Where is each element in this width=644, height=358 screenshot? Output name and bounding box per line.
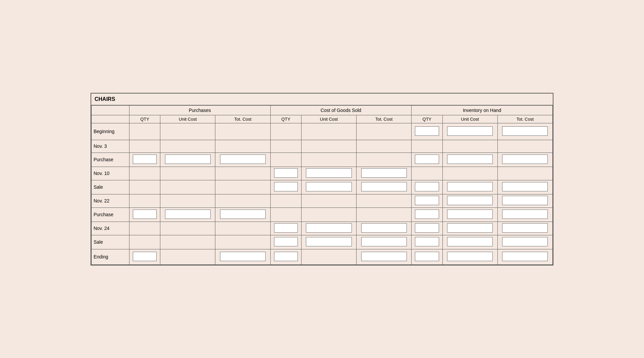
nov24-cogs-tot-cost-top[interactable] [357, 222, 412, 235]
nov22-purchase-label: Purchase [92, 207, 129, 222]
nov22-purchases-qty[interactable] [129, 207, 160, 222]
nov24-sale-inv-unit-cost[interactable] [442, 235, 497, 249]
nov3-cogs-tot-cost-empty [357, 153, 412, 167]
nov10-purchases-qty [129, 167, 160, 180]
nov10-date-row: Nov. 10 [92, 167, 553, 180]
ending-purchases-qty[interactable] [129, 249, 160, 264]
nov22-inv-unit-cost-top[interactable] [442, 194, 497, 207]
nov3-date-row: Nov. 3 [92, 140, 553, 153]
nov24-sale-purchases-tot-cost [215, 235, 270, 249]
ending-inv-qty[interactable] [412, 249, 442, 264]
beginning-inv-tot-cost[interactable] [497, 123, 552, 140]
nov24-sale-cogs-unit-cost[interactable] [301, 235, 356, 249]
ending-purchases-unit-cost [160, 249, 215, 264]
ending-label: Ending [92, 249, 129, 264]
nov24-sale-cogs-tot-cost[interactable] [357, 235, 412, 249]
nov3-purchases-unit-cost-input[interactable] [160, 153, 215, 167]
table-title: CHAIRS [91, 94, 553, 105]
nov3-inv-unit-cost [442, 140, 497, 153]
nov22-date-row: Nov. 22 [92, 194, 553, 207]
nov24-sale-row: Sale [92, 235, 553, 249]
nov22-inv-unit-cost[interactable] [442, 207, 497, 222]
nov10-sale-cogs-tot-cost[interactable] [357, 180, 412, 194]
nov3-cogs-qty [270, 140, 301, 153]
sub-header-row: QTY Unit Cost Tot. Cost QTY Unit Cost To… [92, 115, 553, 123]
nov24-sale-inv-qty[interactable] [412, 235, 442, 249]
nov24-sale-inv-tot-cost[interactable] [497, 235, 552, 249]
ending-cogs-unit-cost [301, 249, 356, 264]
nov22-purchases-qty-top [129, 194, 160, 207]
nov3-cogs-tot-cost [357, 140, 412, 153]
nov3-cogs-unit-cost [301, 140, 356, 153]
ending-cogs-qty[interactable] [270, 249, 301, 264]
beginning-cogs-tot-cost [357, 123, 412, 140]
beginning-inv-qty[interactable] [412, 123, 442, 140]
ending-inv-unit-cost[interactable] [442, 249, 497, 264]
nov10-cogs-unit-cost-top[interactable] [301, 167, 356, 180]
nov24-label: Nov. 24 [92, 222, 129, 235]
nov3-inv-tot-cost [497, 140, 552, 153]
nov10-inv-tot-cost-top [497, 167, 552, 180]
nov24-inv-qty-top[interactable] [412, 222, 442, 235]
cogs-tot-cost-header: Tot. Cost [357, 115, 412, 123]
nov22-cogs-unit-cost-top [301, 194, 356, 207]
label-col-header [92, 105, 129, 115]
nov24-purchases-unit-cost-top [160, 222, 215, 235]
nov22-cogs-tot-cost-top [357, 194, 412, 207]
nov3-purchases-qty [129, 140, 160, 153]
nov24-inv-unit-cost-top[interactable] [442, 222, 497, 235]
nov3-cogs-unit-cost-empty [301, 153, 356, 167]
nov10-label: Nov. 10 [92, 167, 129, 180]
nov3-inv-tot-cost-input[interactable] [497, 153, 552, 167]
nov22-label: Nov. 22 [92, 194, 129, 207]
inventory-unit-cost-header: Unit Cost [442, 115, 497, 123]
nov10-sale-inv-tot-cost[interactable] [497, 180, 552, 194]
beginning-purchases-qty [129, 123, 160, 140]
nov10-sale-inv-qty[interactable] [412, 180, 442, 194]
nov22-inv-qty[interactable] [412, 207, 442, 222]
group-header-row: Purchases Cost of Goods Sold Inventory o… [92, 105, 553, 115]
nov3-purchases-tot-cost-input[interactable] [215, 153, 270, 167]
nov22-purchase-row: Purchase [92, 207, 553, 222]
nov3-purchases-unit-cost [160, 140, 215, 153]
beginning-row: Beginning [92, 123, 553, 140]
nov3-label: Nov. 3 [92, 140, 129, 153]
nov3-purchase-label: Purchase [92, 153, 129, 167]
nov10-cogs-tot-cost-top[interactable] [357, 167, 412, 180]
nov22-purchases-tot-cost-top [215, 194, 270, 207]
purchases-header: Purchases [129, 105, 270, 115]
ending-inv-tot-cost[interactable] [497, 249, 552, 264]
nov22-inv-qty-top[interactable] [412, 194, 442, 207]
nov10-purchases-unit-cost [160, 167, 215, 180]
nov24-inv-tot-cost-top[interactable] [497, 222, 552, 235]
nov24-sale-label: Sale [92, 235, 129, 249]
nov10-cogs-qty-top[interactable] [270, 167, 301, 180]
nov22-inv-tot-cost[interactable] [497, 207, 552, 222]
nov3-purchases-qty-input[interactable] [129, 153, 160, 167]
purchases-qty-header: QTY [129, 115, 160, 123]
nov24-sale-cogs-qty[interactable] [270, 235, 301, 249]
nov10-sale-cogs-qty[interactable] [270, 180, 301, 194]
nov10-inv-unit-cost-top [442, 167, 497, 180]
nov22-purchases-tot-cost[interactable] [215, 207, 270, 222]
nov3-inv-qty [412, 140, 442, 153]
nov10-inv-qty-top [412, 167, 442, 180]
nov3-inv-unit-cost-input[interactable] [442, 153, 497, 167]
ending-row: Ending [92, 249, 553, 264]
nov22-cogs-unit-cost [301, 207, 356, 222]
ending-cogs-tot-cost[interactable] [357, 249, 412, 264]
ending-purchases-tot-cost[interactable] [215, 249, 270, 264]
cogs-qty-header: QTY [270, 115, 301, 123]
nov24-cogs-qty-top[interactable] [270, 222, 301, 235]
nov3-purchase-row: Purchase [92, 153, 553, 167]
nov3-purchases-tot-cost [215, 140, 270, 153]
beginning-inv-unit-cost[interactable] [442, 123, 497, 140]
nov10-sale-inv-unit-cost[interactable] [442, 180, 497, 194]
inventory-header: Inventory on Hand [412, 105, 553, 115]
nov3-inv-qty-input[interactable] [412, 153, 442, 167]
nov22-purchases-unit-cost[interactable] [160, 207, 215, 222]
nov24-purchases-qty-top [129, 222, 160, 235]
nov22-inv-tot-cost-top[interactable] [497, 194, 552, 207]
nov24-cogs-unit-cost-top[interactable] [301, 222, 356, 235]
nov10-sale-cogs-unit-cost[interactable] [301, 180, 356, 194]
